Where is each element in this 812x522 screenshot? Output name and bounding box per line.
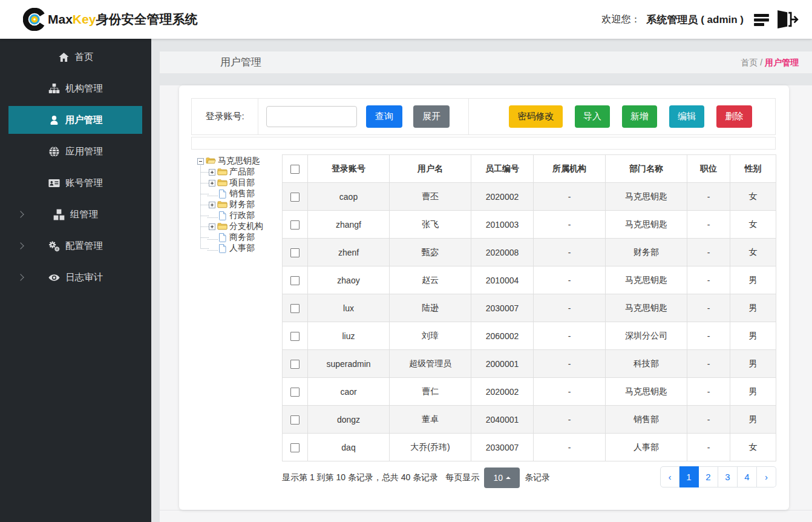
import-button[interactable]: 导入 (575, 105, 610, 128)
tree-node-icon (217, 167, 228, 177)
tree-node[interactable]: 人事部 (191, 243, 282, 254)
tree-node-icon (217, 243, 228, 253)
page-button[interactable]: 4 (738, 466, 757, 487)
action-buttons: 密码修改 导入 新增 编辑 删除 (509, 99, 752, 134)
tree-node[interactable]: 销售部 (191, 188, 282, 199)
sidebar-item-label: 首页 (75, 51, 94, 64)
sidebar: 首页 机构管理 用户管理 应用管理 账号管理 组管理 (0, 39, 151, 522)
table-row[interactable]: caor 曹仁 2020002 - 马克思钥匙 - 男 (283, 378, 776, 406)
tree-node-icon (217, 189, 228, 199)
tree-root-node[interactable]: 马克思钥匙 (191, 156, 282, 167)
sidebar-item[interactable]: 应用管理 (0, 137, 151, 165)
select-all-cell (283, 155, 308, 183)
table-row[interactable]: daq 大乔(乔玮) 2030007 - 人事部 - 女 (283, 434, 776, 461)
tree-expand-icon[interactable] (209, 180, 215, 187)
table-row[interactable]: dongz 董卓 2040001 - 销售部 - 男 (283, 406, 776, 434)
row-checkbox[interactable] (290, 193, 300, 202)
table-row[interactable]: zhangf 张飞 2010003 - 马克思钥匙 - 女 (283, 211, 776, 239)
page-button[interactable]: 2 (699, 466, 718, 487)
page-title: 用户管理 (220, 51, 261, 73)
breadcrumb-home[interactable]: 首页 (741, 58, 758, 67)
row-checkbox[interactable] (290, 415, 300, 425)
tree-node-label: 分支机构 (229, 221, 263, 232)
login-account-input[interactable] (266, 106, 357, 127)
table-row[interactable]: superadmin 超级管理员 2000001 - 科技部 - 男 (283, 350, 776, 378)
breadcrumb: 首页 / 用户管理 (741, 51, 799, 73)
table-row[interactable]: zhenf 甄宓 2020008 - 财务部 - 女 (283, 239, 776, 266)
page-button[interactable]: › (757, 466, 776, 487)
sidebar-item[interactable]: 机构管理 (0, 74, 151, 102)
sidebar-item-icon (48, 177, 60, 189)
tree-node[interactable]: 产品部 (191, 167, 282, 177)
tree-node[interactable]: 商务部 (191, 232, 282, 243)
column-header[interactable]: 用户名 (390, 155, 471, 183)
page-button[interactable]: ‹ (660, 466, 679, 487)
login-account-label: 登录账号: (192, 99, 258, 134)
tree-node-label: 产品部 (229, 167, 255, 177)
user-management-card: 登录账号: 查询 展开 密码修改 导入 新增 编辑 删除 马克思钥匙 (179, 85, 789, 510)
tree-expand-icon[interactable] (209, 223, 215, 230)
delete-button[interactable]: 删除 (716, 105, 752, 128)
tree-expand-icon[interactable] (209, 169, 215, 176)
page-button[interactable]: 3 (718, 466, 738, 487)
edit-button[interactable]: 编辑 (669, 105, 704, 128)
search-toolbar: 登录账号: 查询 展开 密码修改 导入 新增 编辑 删除 (191, 98, 776, 135)
tree-connector (209, 234, 215, 241)
caret-up-icon (506, 477, 511, 479)
row-checkbox[interactable] (290, 388, 300, 397)
tree-node[interactable]: 行政部 (191, 210, 282, 221)
sidebar-item[interactable]: 用户管理 (8, 106, 142, 134)
sidebar-item[interactable]: 组管理 (0, 200, 151, 228)
column-header[interactable]: 部门名称 (606, 155, 687, 183)
logout-icon[interactable] (776, 8, 800, 31)
row-checkbox[interactable] (290, 332, 300, 341)
tree-node[interactable]: 分支机构 (191, 221, 282, 232)
column-header[interactable]: 所属机构 (534, 155, 606, 183)
sidebar-item-label: 应用管理 (65, 145, 103, 158)
sidebar-item-icon (48, 146, 60, 157)
column-header[interactable]: 员工编号 (471, 155, 534, 183)
page-button[interactable]: 1 (679, 466, 699, 487)
change-password-button[interactable]: 密码修改 (509, 105, 563, 128)
sidebar-item-label: 日志审计 (65, 271, 103, 284)
tree-node-label: 人事部 (229, 243, 255, 254)
column-header[interactable]: 职位 (687, 155, 730, 183)
table-row[interactable]: zhaoy 赵云 2010004 - 马克思钥匙 - 男 (283, 266, 776, 294)
sidebar-item[interactable]: 日志审计 (0, 263, 151, 291)
column-header[interactable]: 性别 (730, 155, 776, 183)
row-checkbox[interactable] (290, 304, 300, 313)
column-header[interactable]: 登录账号 (308, 155, 390, 183)
tree-node[interactable]: 项目部 (191, 177, 282, 188)
org-tree: 马克思钥匙 产品部 项目部 (191, 156, 282, 254)
row-checkbox[interactable] (290, 360, 300, 369)
table-row[interactable]: lux 陆逊 2030007 - 马克思钥匙 - 男 (283, 294, 776, 322)
chevron-right-icon (17, 211, 24, 217)
row-checkbox[interactable] (290, 276, 300, 285)
row-checkbox[interactable] (290, 220, 300, 230)
add-button[interactable]: 新增 (622, 105, 657, 128)
row-checkbox[interactable] (290, 248, 300, 257)
sidebar-item-label: 机构管理 (65, 82, 103, 95)
top-header: MaxKey身份安全管理系统 欢迎您： 系统管理员 ( admin ) (0, 0, 812, 39)
menu-bars-icon[interactable] (753, 12, 770, 28)
page-size-dropdown[interactable]: 10 (484, 467, 520, 488)
select-all-checkbox[interactable] (290, 165, 300, 174)
tree-node-icon (217, 211, 228, 220)
table-row[interactable]: caop 曹丕 2020002 - 马克思钥匙 - 女 (283, 183, 776, 211)
sidebar-item-label: 用户管理 (65, 114, 103, 127)
tree-collapse-icon[interactable] (197, 158, 204, 165)
sidebar-item-icon (53, 209, 65, 220)
query-button[interactable]: 查询 (366, 105, 402, 128)
tree-node[interactable]: 财务部 (191, 199, 282, 210)
panel-divider (160, 510, 812, 510)
brand: MaxKey身份安全管理系统 (23, 0, 197, 39)
row-checkbox[interactable] (290, 443, 300, 452)
sidebar-item-label: 组管理 (70, 208, 99, 221)
sidebar-item[interactable]: 配置管理 (0, 232, 151, 260)
table-row[interactable]: liuz 刘璋 2060002 - 深圳分公司 - 男 (283, 322, 776, 350)
sidebar-item[interactable]: 首页 (0, 43, 151, 71)
brand-title: MaxKey身份安全管理系统 (48, 11, 197, 28)
sidebar-item[interactable]: 账号管理 (0, 169, 151, 197)
tree-expand-icon[interactable] (209, 202, 215, 208)
expand-button[interactable]: 展开 (413, 105, 450, 128)
